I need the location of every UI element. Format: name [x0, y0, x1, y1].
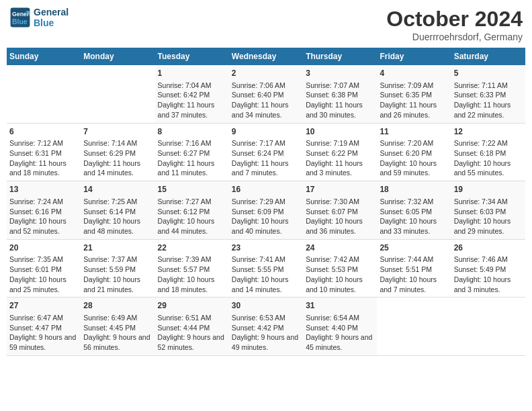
day-info: Sunset: 6:29 PM — [83, 148, 152, 158]
calendar-cell: 17Sunrise: 7:30 AMSunset: 6:07 PMDayligh… — [303, 181, 377, 240]
calendar-cell: 15Sunrise: 7:27 AMSunset: 6:12 PMDayligh… — [155, 181, 229, 240]
day-info: Sunrise: 7:25 AM — [83, 197, 152, 207]
day-number: 21 — [83, 242, 152, 254]
day-info: Daylight: 9 hours and 59 minutes. — [9, 332, 78, 352]
day-info: Daylight: 10 hours and 25 minutes. — [9, 275, 78, 294]
day-info: Sunset: 6:40 PM — [232, 90, 300, 100]
header-row: SundayMondayTuesdayWednesdayThursdayFrid… — [7, 48, 525, 65]
day-info: Sunrise: 7:06 AM — [232, 81, 300, 91]
day-info: Sunrise: 7:20 AM — [380, 138, 448, 148]
day-info: Sunrise: 7:14 AM — [83, 138, 152, 148]
day-info: Daylight: 11 hours and 34 minutes. — [232, 100, 300, 120]
day-info: Sunrise: 7:09 AM — [380, 81, 448, 91]
day-info: Sunset: 6:38 PM — [306, 90, 374, 100]
day-number: 23 — [232, 242, 300, 254]
day-number: 29 — [158, 300, 226, 312]
day-info: Sunrise: 7:34 AM — [454, 197, 523, 207]
calendar-cell: 3Sunrise: 7:07 AMSunset: 6:38 PMDaylight… — [303, 65, 377, 123]
calendar-cell: 4Sunrise: 7:09 AMSunset: 6:35 PMDaylight… — [377, 65, 451, 123]
day-info: Daylight: 11 hours and 26 minutes. — [380, 100, 448, 120]
day-info: Sunrise: 7:16 AM — [158, 138, 226, 148]
day-number: 19 — [454, 184, 523, 195]
day-info: Sunset: 6:33 PM — [454, 90, 523, 100]
day-info: Daylight: 9 hours and 52 minutes. — [158, 332, 226, 352]
day-info: Sunrise: 7:27 AM — [158, 197, 226, 207]
day-info: Sunrise: 7:37 AM — [83, 255, 152, 265]
calendar-cell: 22Sunrise: 7:39 AMSunset: 5:57 PMDayligh… — [155, 239, 229, 298]
day-number: 16 — [232, 184, 300, 195]
calendar-cell — [7, 65, 81, 123]
day-info: Sunset: 6:42 PM — [158, 90, 226, 100]
calendar-cell: 5Sunrise: 7:11 AMSunset: 6:33 PMDaylight… — [451, 65, 525, 123]
day-info: Daylight: 10 hours and 29 minutes. — [454, 216, 523, 236]
day-number: 31 — [306, 300, 374, 312]
day-number: 7 — [83, 126, 152, 138]
location: Duerrroehrsdorf, Germany — [386, 32, 523, 42]
day-info: Daylight: 10 hours and 14 minutes. — [232, 275, 300, 294]
day-info: Sunrise: 7:44 AM — [380, 255, 448, 265]
day-info: Sunrise: 7:04 AM — [158, 81, 226, 91]
calendar-cell: 23Sunrise: 7:41 AMSunset: 5:55 PMDayligh… — [229, 239, 303, 298]
calendar-cell: 24Sunrise: 7:42 AMSunset: 5:53 PMDayligh… — [303, 239, 377, 298]
calendar-cell: 27Sunrise: 6:47 AMSunset: 4:47 PMDayligh… — [7, 298, 81, 356]
day-info: Sunrise: 6:54 AM — [306, 313, 374, 323]
day-info: Daylight: 9 hours and 56 minutes. — [83, 332, 152, 352]
day-number: 1 — [158, 68, 226, 79]
month-title: October 2024 — [386, 7, 523, 32]
calendar-cell: 25Sunrise: 7:44 AMSunset: 5:51 PMDayligh… — [377, 239, 451, 298]
day-info: Daylight: 10 hours and 3 minutes. — [454, 275, 523, 294]
calendar-cell: 28Sunrise: 6:49 AMSunset: 4:45 PMDayligh… — [81, 298, 154, 356]
day-info: Sunset: 4:40 PM — [306, 323, 374, 333]
calendar-cell: 13Sunrise: 7:24 AMSunset: 6:16 PMDayligh… — [7, 181, 81, 240]
day-info: Daylight: 10 hours and 21 minutes. — [83, 275, 152, 294]
calendar-cell: 21Sunrise: 7:37 AMSunset: 5:59 PMDayligh… — [81, 239, 154, 298]
day-info: Sunrise: 6:49 AM — [83, 313, 152, 323]
day-info: Sunset: 5:59 PM — [83, 265, 152, 275]
day-info: Sunrise: 7:41 AM — [232, 255, 300, 265]
week-row-1: 1Sunrise: 7:04 AMSunset: 6:42 PMDaylight… — [7, 65, 525, 123]
day-number: 22 — [158, 242, 226, 254]
day-info: Sunrise: 7:39 AM — [158, 255, 226, 265]
day-info: Sunset: 5:51 PM — [380, 265, 448, 275]
header-day-saturday: Saturday — [451, 48, 525, 65]
day-info: Sunrise: 7:12 AM — [9, 138, 78, 148]
calendar-cell — [377, 298, 451, 356]
calendar-cell: 16Sunrise: 7:29 AMSunset: 6:09 PMDayligh… — [229, 181, 303, 240]
header-day-monday: Monday — [81, 48, 154, 65]
day-info: Daylight: 11 hours and 11 minutes. — [158, 158, 226, 178]
day-info: Sunset: 6:12 PM — [158, 207, 226, 217]
day-info: Daylight: 10 hours and 40 minutes. — [232, 216, 300, 236]
day-number: 9 — [232, 126, 300, 138]
calendar-cell — [81, 65, 154, 123]
logo: General Blue General Blue — [9, 7, 69, 28]
day-info: Sunset: 6:22 PM — [306, 148, 374, 158]
logo-text: General Blue — [34, 7, 69, 28]
calendar-cell: 14Sunrise: 7:25 AMSunset: 6:14 PMDayligh… — [81, 181, 154, 240]
day-info: Daylight: 10 hours and 10 minutes. — [306, 275, 374, 294]
day-info: Sunrise: 7:17 AM — [232, 138, 300, 148]
day-info: Sunrise: 7:42 AM — [306, 255, 374, 265]
day-number: 10 — [306, 126, 374, 138]
day-info: Daylight: 10 hours and 48 minutes. — [83, 216, 152, 236]
calendar-cell: 20Sunrise: 7:35 AMSunset: 6:01 PMDayligh… — [7, 239, 81, 298]
day-info: Sunset: 6:01 PM — [9, 265, 78, 275]
day-info: Sunset: 6:35 PM — [380, 90, 448, 100]
day-info: Sunset: 6:09 PM — [232, 207, 300, 217]
day-info: Sunrise: 7:24 AM — [9, 197, 78, 207]
day-info: Sunrise: 7:19 AM — [306, 138, 374, 148]
day-info: Daylight: 11 hours and 18 minutes. — [9, 158, 78, 178]
day-number: 4 — [380, 68, 448, 79]
day-info: Sunset: 4:47 PM — [9, 323, 78, 333]
day-info: Sunset: 5:57 PM — [158, 265, 226, 275]
calendar-cell: 2Sunrise: 7:06 AMSunset: 6:40 PMDaylight… — [229, 65, 303, 123]
day-info: Sunset: 4:44 PM — [158, 323, 226, 333]
day-info: Sunrise: 7:22 AM — [454, 138, 523, 148]
header-day-friday: Friday — [377, 48, 451, 65]
day-info: Sunrise: 7:29 AM — [232, 197, 300, 207]
day-number: 15 — [158, 184, 226, 195]
calendar-cell: 26Sunrise: 7:46 AMSunset: 5:49 PMDayligh… — [451, 239, 525, 298]
day-info: Daylight: 11 hours and 3 minutes. — [306, 158, 374, 178]
title-block: October 2024 Duerrroehrsdorf, Germany — [386, 7, 523, 42]
day-info: Daylight: 10 hours and 59 minutes. — [380, 158, 448, 178]
day-info: Sunrise: 6:53 AM — [232, 313, 300, 323]
